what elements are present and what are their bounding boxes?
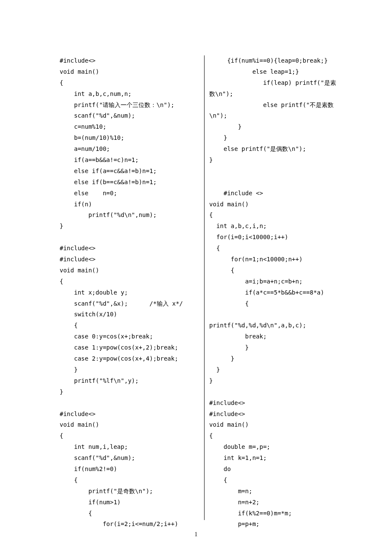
- page-number: 1: [0, 531, 392, 538]
- right-column: {if(num%i==0){leap=0;break;} else leap=1…: [205, 55, 392, 520]
- document-page: #include<> void main() { int a,b,c,num,n…: [0, 0, 392, 555]
- code-block-right: {if(num%i==0){leap=0;break;} else leap=1…: [209, 55, 349, 530]
- left-column: #include<> void main() { int a,b,c,num,n…: [0, 55, 204, 520]
- code-block-left: #include<> void main() { int a,b,c,num,n…: [60, 55, 200, 530]
- two-column-layout: #include<> void main() { int a,b,c,num,n…: [0, 55, 392, 520]
